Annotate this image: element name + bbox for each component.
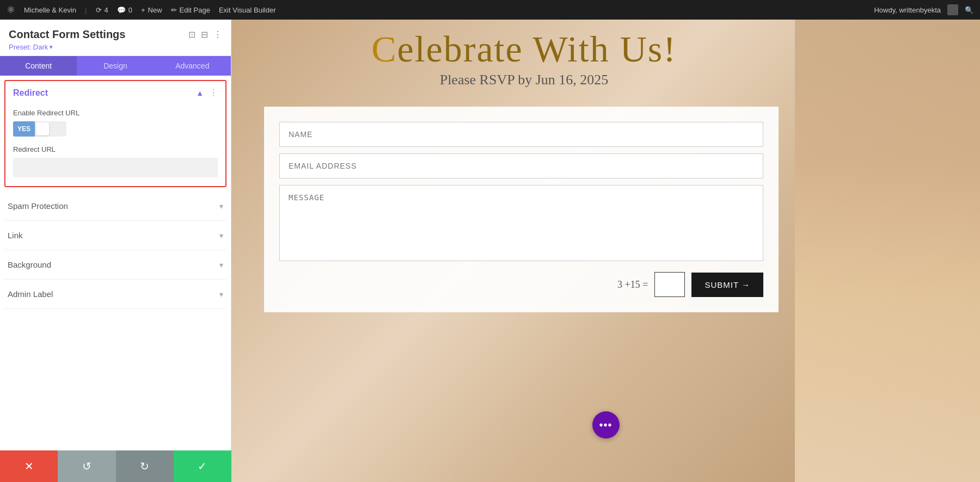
- panel-title-row: Contact Form Settings ⊡ ⊟ ⋮: [9, 28, 222, 41]
- comments-icon: 💬: [117, 6, 126, 14]
- revisions-item[interactable]: ⟳ 4: [96, 6, 108, 14]
- more-icon[interactable]: ⋮: [213, 29, 222, 40]
- avatar[interactable]: [947, 4, 958, 15]
- redo-button[interactable]: ↻: [116, 450, 174, 482]
- spam-protection-chevron-icon[interactable]: ▾: [219, 202, 223, 211]
- redirect-url-label: Redirect URL: [13, 145, 218, 153]
- tab-design[interactable]: Design: [77, 56, 154, 76]
- edit-page-item[interactable]: ✏ Edit Page: [171, 6, 210, 14]
- toggle-yes-label: YES: [13, 121, 35, 137]
- panel-title: Contact Form Settings: [9, 28, 125, 41]
- chevron-up-icon[interactable]: ▲: [196, 89, 204, 97]
- panel-content: Redirect ▲ ⋮ Enable Redirect URL YES: [0, 76, 231, 459]
- name-field[interactable]: [279, 122, 763, 147]
- preview-header: Celebrate With Us! Please RSVP by Jun 16…: [264, 30, 784, 88]
- save-button[interactable]: ✓: [174, 450, 231, 482]
- search-icon[interactable]: 🔍: [965, 6, 973, 14]
- panel-title-icons: ⊡ ⊟ ⋮: [188, 29, 222, 40]
- cancel-button[interactable]: ✕: [0, 450, 58, 482]
- enable-redirect-label: Enable Redirect URL: [13, 109, 218, 117]
- email-field[interactable]: [279, 153, 763, 178]
- main-layout: Contact Form Settings ⊡ ⊟ ⋮ Preset: Dark…: [0, 20, 980, 482]
- revisions-count: 4: [105, 6, 108, 14]
- revisions-icon: ⟳: [96, 6, 102, 14]
- captcha-label: 3 +15 =: [617, 279, 648, 291]
- resize-icon[interactable]: ⊡: [188, 29, 195, 40]
- contact-form: 3 +15 = SUBMIT →: [264, 107, 779, 312]
- admin-bar: ⚛ Michelle & Kevin | ⟳ 4 💬 0 + New ✏ Edi…: [0, 0, 980, 20]
- comments-item[interactable]: 💬 0: [117, 6, 132, 14]
- preset-label[interactable]: Preset: Dark: [9, 43, 222, 51]
- tab-content[interactable]: Content: [0, 56, 77, 76]
- site-name[interactable]: Michelle & Kevin: [24, 6, 76, 14]
- background-chevron-icon[interactable]: ▾: [219, 261, 223, 269]
- new-label: New: [148, 6, 162, 14]
- redirect-section-body: Enable Redirect URL YES Redirect URL: [5, 104, 225, 186]
- submit-button[interactable]: SUBMIT →: [691, 273, 763, 297]
- redirect-header-icons: ▲ ⋮: [196, 88, 218, 98]
- link-chevron-icon[interactable]: ▾: [219, 231, 223, 240]
- plus-icon: +: [141, 6, 145, 14]
- admin-label-title: Admin Label: [8, 289, 53, 299]
- redo-icon: ↻: [140, 460, 149, 473]
- edit-icon: ✏: [171, 6, 177, 14]
- redirect-url-input[interactable]: [13, 158, 218, 177]
- redirect-section-header[interactable]: Redirect ▲ ⋮: [5, 81, 225, 104]
- panel-header: Contact Form Settings ⊡ ⊟ ⋮ Preset: Dark: [0, 20, 231, 56]
- link-section: Link ▾: [4, 221, 226, 250]
- new-item[interactable]: + New: [141, 6, 162, 14]
- toggle-knob[interactable]: [36, 122, 49, 135]
- tab-advanced[interactable]: Advanced: [154, 56, 231, 76]
- cancel-icon: ✕: [24, 460, 34, 473]
- admin-bar-right: Howdy, writtenbyekta 🔍: [874, 4, 973, 15]
- celebrate-title: Celebrate With Us!: [264, 30, 784, 67]
- rsvp-subtitle: Please RSVP by Jun 16, 2025: [264, 72, 784, 88]
- form-bottom-row: 3 +15 = SUBMIT →: [279, 272, 763, 297]
- edit-page-label: Edit Page: [180, 6, 210, 14]
- bottom-bar: ✕ ↺ ↻ ✓: [0, 450, 231, 482]
- celebrate-prefix: C: [371, 28, 397, 70]
- exit-builder-item[interactable]: Exit Visual Builder: [219, 6, 276, 14]
- sep1: |: [85, 6, 87, 14]
- message-field[interactable]: [279, 185, 763, 261]
- toggle-no-area: [50, 121, 66, 137]
- spam-protection-title: Spam Protection: [8, 201, 68, 211]
- link-title: Link: [8, 231, 23, 240]
- background-title: Background: [8, 260, 51, 269]
- spam-protection-header[interactable]: Spam Protection ▾: [4, 191, 226, 220]
- howdy-text: Howdy, writtenbyekta: [874, 6, 941, 14]
- background-section: Background ▾: [4, 250, 226, 280]
- celebrate-text: elebrate With Us!: [397, 28, 676, 70]
- background-header[interactable]: Background ▾: [4, 250, 226, 279]
- couple-photo: [795, 20, 980, 482]
- admin-label-section: Admin Label ▾: [4, 280, 226, 309]
- spam-protection-section: Spam Protection ▾: [4, 191, 226, 221]
- dots-icon: •••: [599, 419, 612, 431]
- columns-icon[interactable]: ⊟: [201, 29, 208, 40]
- panel-tabs: Content Design Advanced: [0, 56, 231, 76]
- enable-redirect-toggle[interactable]: YES: [13, 121, 66, 137]
- admin-label-chevron-icon[interactable]: ▾: [219, 290, 223, 299]
- undo-button[interactable]: ↺: [58, 450, 115, 482]
- redirect-section: Redirect ▲ ⋮ Enable Redirect URL YES: [4, 80, 226, 187]
- enable-redirect-toggle-row: YES: [13, 121, 218, 137]
- admin-label-header[interactable]: Admin Label ▾: [4, 280, 226, 308]
- redirect-menu-icon[interactable]: ⋮: [209, 88, 218, 98]
- save-icon: ✓: [198, 460, 207, 473]
- floating-menu-button[interactable]: •••: [592, 411, 620, 438]
- comments-count: 0: [128, 6, 132, 14]
- redirect-title: Redirect: [13, 88, 48, 98]
- wp-logo-icon[interactable]: ⚛: [7, 4, 15, 16]
- page-preview: Celebrate With Us! Please RSVP by Jun 16…: [231, 20, 980, 482]
- undo-icon: ↺: [82, 460, 91, 473]
- captcha-input[interactable]: [654, 272, 685, 297]
- left-panel: Contact Form Settings ⊡ ⊟ ⋮ Preset: Dark…: [0, 20, 231, 482]
- link-header[interactable]: Link ▾: [4, 221, 226, 250]
